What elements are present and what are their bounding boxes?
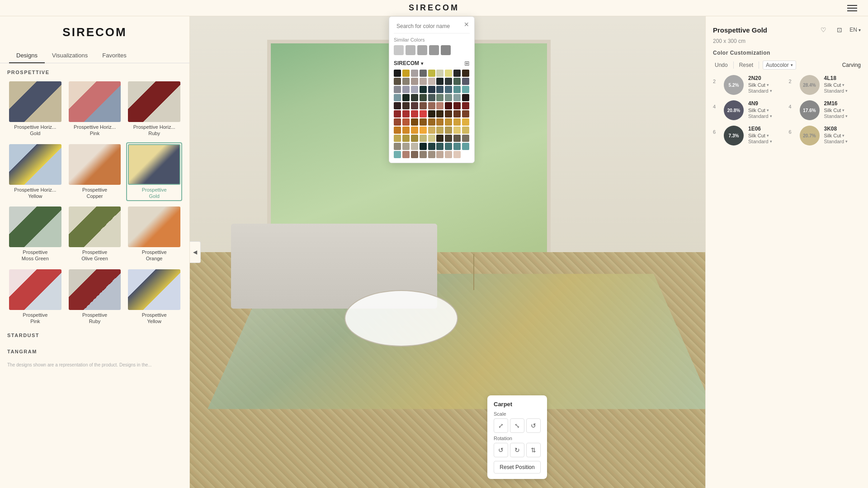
palette-swatch[interactable] <box>428 110 435 117</box>
palette-swatch[interactable] <box>428 135 435 142</box>
palette-swatch[interactable] <box>394 118 401 126</box>
similar-swatch[interactable] <box>429 45 439 55</box>
color-standard-selector[interactable]: Standard ▾ <box>748 88 785 94</box>
palette-swatch[interactable] <box>453 143 461 150</box>
palette-swatch[interactable] <box>394 78 401 85</box>
color-swatch[interactable]: 28.4% <box>800 75 820 95</box>
palette-swatch[interactable] <box>394 151 401 158</box>
palette-swatch[interactable] <box>462 135 469 142</box>
palette-swatch[interactable] <box>420 127 427 134</box>
palette-swatch[interactable] <box>445 127 452 134</box>
palette-swatch[interactable] <box>462 70 469 77</box>
color-cut-selector[interactable]: Silk Cut ▾ <box>824 108 861 113</box>
palette-swatch[interactable] <box>420 86 427 93</box>
tab-visualizations[interactable]: Visualizations <box>45 48 95 63</box>
similar-swatch[interactable] <box>394 45 404 55</box>
palette-swatch[interactable] <box>420 118 427 126</box>
palette-swatch[interactable] <box>402 127 410 134</box>
rotate-cw-button[interactable]: ↻ <box>510 443 524 457</box>
color-swatch[interactable]: 7.3% <box>724 126 744 145</box>
palette-swatch[interactable] <box>420 135 427 142</box>
color-cut-selector[interactable]: Silk Cut ▾ <box>824 82 861 88</box>
share-icon[interactable]: ⊡ <box>833 23 846 36</box>
language-selector[interactable]: EN ▾ <box>849 23 861 36</box>
color-swatch[interactable]: 20.8% <box>724 100 744 120</box>
palette-swatch[interactable] <box>445 135 452 142</box>
list-item[interactable]: ProspettiveMoss Green <box>7 205 63 264</box>
list-item[interactable]: ProspettiveRuby <box>67 267 123 327</box>
color-standard-selector[interactable]: Standard ▾ <box>748 113 785 119</box>
palette-swatch[interactable] <box>436 94 443 101</box>
list-item[interactable]: ProspettiveGold <box>126 142 182 202</box>
color-standard-selector[interactable]: Standard ▾ <box>748 139 785 144</box>
palette-swatch[interactable] <box>394 135 401 142</box>
palette-swatch[interactable] <box>453 118 461 126</box>
palette-swatch[interactable] <box>411 143 418 150</box>
list-item[interactable]: ProspettiveOrange <box>126 205 182 264</box>
palette-swatch[interactable] <box>436 118 443 126</box>
palette-swatch[interactable] <box>428 143 435 150</box>
palette-swatch[interactable] <box>453 102 461 109</box>
palette-swatch[interactable] <box>462 143 469 150</box>
palette-swatch[interactable] <box>462 127 469 134</box>
palette-swatch[interactable] <box>436 151 443 158</box>
scale-expand-button[interactable]: ⤢ <box>494 418 508 433</box>
palette-swatch[interactable] <box>428 102 435 109</box>
palette-swatch[interactable] <box>453 70 461 77</box>
similar-swatch[interactable] <box>441 45 451 55</box>
palette-swatch[interactable] <box>394 110 401 117</box>
palette-swatch[interactable] <box>411 135 418 142</box>
palette-swatch[interactable] <box>411 127 418 134</box>
list-item[interactable]: Prospettive Horiz...Gold <box>7 80 63 139</box>
palette-swatch[interactable] <box>453 94 461 101</box>
collapse-sidebar-button[interactable]: ◀ <box>190 241 201 263</box>
list-item[interactable]: ProspettiveCopper <box>67 142 123 202</box>
color-cut-selector[interactable]: Silk Cut ▾ <box>824 133 861 138</box>
palette-swatch[interactable] <box>436 127 443 134</box>
palette-swatch[interactable] <box>436 86 443 93</box>
palette-swatch[interactable] <box>411 110 418 117</box>
palette-swatch[interactable] <box>445 151 452 158</box>
palette-swatch[interactable] <box>445 102 452 109</box>
palette-swatch[interactable] <box>411 78 418 85</box>
palette-swatch[interactable] <box>428 127 435 134</box>
palette-swatch[interactable] <box>402 86 410 93</box>
palette-swatch[interactable] <box>402 94 410 101</box>
palette-swatch[interactable] <box>402 151 410 158</box>
palette-swatch[interactable] <box>394 127 401 134</box>
palette-swatch[interactable] <box>411 118 418 126</box>
palette-swatch[interactable] <box>462 78 469 85</box>
palette-swatch[interactable] <box>445 118 452 126</box>
color-cut-selector[interactable]: Silk Cut ▾ <box>748 133 785 138</box>
palette-swatch[interactable] <box>420 70 427 77</box>
list-item[interactable]: ProspettiveYellow <box>126 267 182 327</box>
palette-swatch[interactable] <box>436 110 443 117</box>
palette-swatch[interactable] <box>462 94 469 101</box>
palette-swatch[interactable] <box>428 94 435 101</box>
palette-swatch[interactable] <box>420 78 427 85</box>
color-swatch[interactable]: 17.6% <box>800 100 820 120</box>
grid-view-icon[interactable]: ⊞ <box>464 60 470 67</box>
palette-swatch[interactable] <box>436 135 443 142</box>
palette-swatch[interactable] <box>394 94 401 101</box>
rotate-flip-button[interactable]: ⇅ <box>526 443 541 457</box>
palette-swatch[interactable] <box>453 127 461 134</box>
palette-swatch[interactable] <box>462 102 469 109</box>
reset-position-button[interactable]: Reset Position <box>494 461 541 474</box>
palette-swatch[interactable] <box>445 70 452 77</box>
reset-button[interactable]: Reset <box>737 61 755 69</box>
list-item[interactable]: Prospettive Horiz...Pink <box>67 80 123 139</box>
palette-swatch[interactable] <box>445 78 452 85</box>
palette-swatch[interactable] <box>428 86 435 93</box>
autocolor-button[interactable]: Autocolor ▾ <box>763 61 796 70</box>
palette-swatch[interactable] <box>445 143 452 150</box>
close-icon[interactable]: ✕ <box>462 20 471 28</box>
list-item[interactable]: ProspettivePink <box>7 267 63 327</box>
palette-swatch[interactable] <box>394 102 401 109</box>
color-standard-selector[interactable]: Standard ▾ <box>824 88 861 94</box>
palette-swatch[interactable] <box>445 94 452 101</box>
palette-swatch[interactable] <box>453 151 461 158</box>
palette-swatch[interactable] <box>462 110 469 117</box>
scale-reset-button[interactable]: ↺ <box>526 418 541 433</box>
palette-swatch[interactable] <box>453 135 461 142</box>
